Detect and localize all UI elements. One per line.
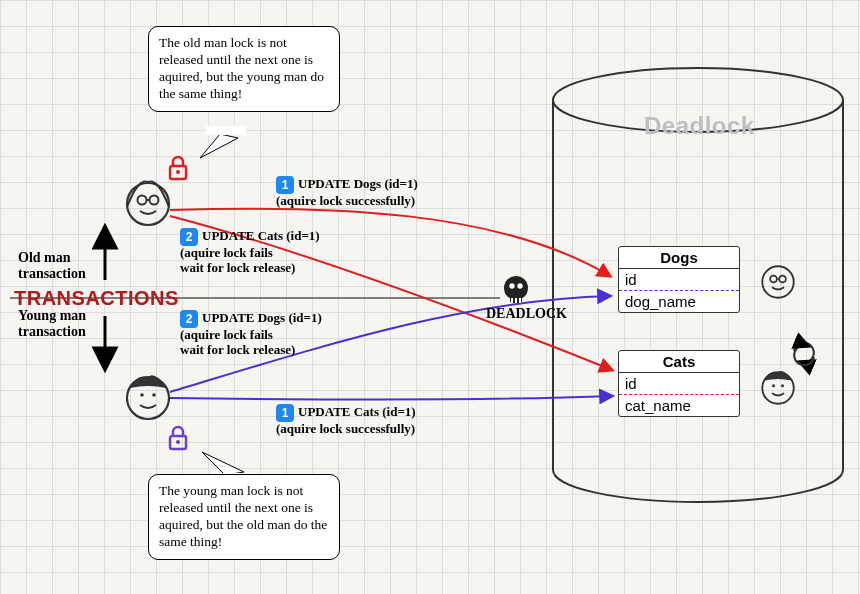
table-dogs: Dogs id dog_name (618, 246, 740, 313)
table-cats-col-name: cat_name (619, 395, 739, 416)
young-step2: 2UPDATE Dogs (id=1) (aquire lock fails w… (180, 310, 322, 358)
deadlock-label: DEADLOCK (486, 306, 567, 322)
old-step1: 1UPDATE Dogs (id=1) (aquire lock success… (276, 176, 418, 209)
table-dogs-col-name: dog_name (619, 291, 739, 312)
svg-rect-33 (206, 126, 246, 135)
young-man-icon (127, 375, 169, 419)
svg-rect-8 (511, 298, 513, 303)
table-cats-title: Cats (619, 351, 739, 373)
table-dogs-col-id: id (619, 269, 739, 291)
speech-young-man: The young man lock is not released until… (148, 474, 340, 560)
table-cats-col-id: id (619, 373, 739, 395)
svg-point-6 (517, 283, 522, 288)
young-man-small-icon (762, 371, 794, 404)
svg-point-26 (176, 170, 180, 174)
svg-point-28 (176, 440, 180, 444)
table-dogs-title: Dogs (619, 247, 739, 269)
old-man-label: Old man transaction (18, 250, 86, 282)
svg-point-24 (781, 384, 784, 387)
table-cats: Cats id cat_name (618, 350, 740, 417)
svg-point-5 (509, 283, 514, 288)
svg-point-4 (504, 276, 528, 300)
svg-rect-10 (519, 298, 521, 303)
old-man-small-icon (762, 266, 794, 298)
old-step2: 2UPDATE Cats (id=1) (aquire lock fails w… (180, 228, 320, 276)
badge-2-icon: 2 (180, 310, 198, 328)
svg-rect-9 (515, 298, 517, 303)
transactions-label: TRANSACTIONS (14, 287, 179, 310)
svg-point-11 (127, 183, 169, 225)
lock-purple-icon (170, 427, 186, 449)
svg-point-21 (152, 393, 156, 397)
old-man-icon (127, 182, 169, 225)
svg-point-15 (762, 266, 794, 298)
cycle-icon (794, 343, 814, 365)
svg-point-23 (772, 384, 775, 387)
svg-point-16 (770, 276, 777, 283)
young-step1: 1UPDATE Cats (id=1) (aquire lock success… (276, 404, 416, 437)
badge-1-icon: 1 (276, 404, 294, 422)
svg-point-20 (140, 393, 144, 397)
speech-old-man: The old man lock is not released until t… (148, 26, 340, 112)
badge-1-icon: 1 (276, 176, 294, 194)
badge-2-icon: 2 (180, 228, 198, 246)
lock-red-icon (170, 157, 186, 179)
db-title: Deadlock (644, 112, 755, 140)
young-man-label: Young man transaction (18, 308, 86, 340)
svg-point-17 (779, 276, 786, 283)
skull-icon (504, 276, 528, 303)
svg-point-12 (138, 196, 147, 205)
svg-point-13 (150, 196, 159, 205)
